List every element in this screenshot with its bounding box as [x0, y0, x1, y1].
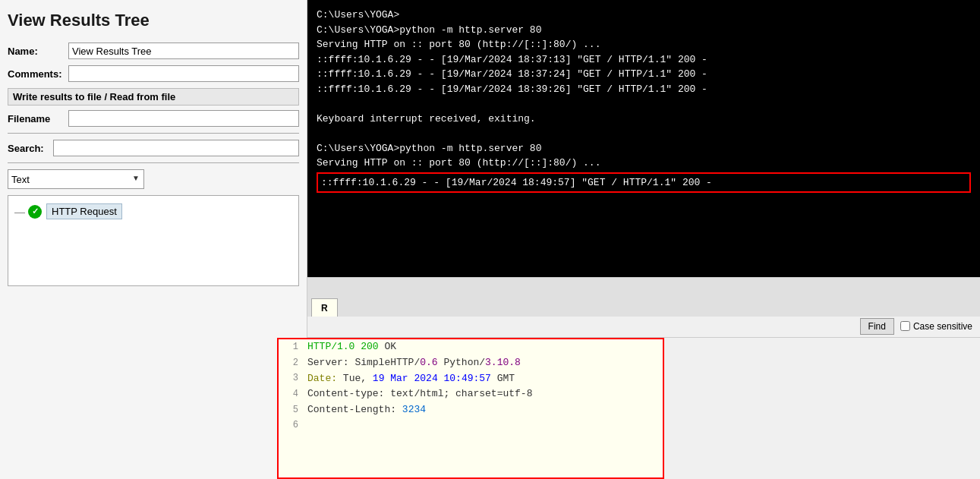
bottom-toolbar: Find Case sensitive: [307, 315, 980, 338]
python-version: 3.10.8: [485, 357, 521, 368]
code-line-4: 4 Content-type: text/html; charset=utf-8: [279, 386, 663, 402]
search-input[interactable]: [53, 140, 299, 156]
dropdown-wrapper: Text: [8, 169, 144, 189]
code-line-3: 3 Date: Tue, 19 Mar 2024 10:49:57 GMT: [279, 371, 663, 387]
date-key: Date:: [307, 373, 337, 384]
code-line-1: 1 HTTP/1.0 200 OK: [279, 339, 663, 355]
http-request-label[interactable]: HTTP Request: [46, 203, 122, 219]
date-day: 19: [373, 373, 385, 384]
line-num-3: 3: [283, 371, 298, 386]
view-type-dropdown[interactable]: Text: [8, 169, 144, 189]
filename-label: Filename: [8, 113, 68, 124]
dropdown-row: Text: [8, 169, 299, 189]
write-section-header: Write results to file / Read from file: [8, 88, 299, 106]
code-line-5: 5 Content-Length: 3234: [279, 402, 663, 418]
code-viewer: 1 HTTP/1.0 200 OK 2 Server: SimpleHTTP/0…: [277, 338, 664, 479]
comments-input[interactable]: [68, 65, 299, 82]
comments-row: Comments:: [8, 65, 299, 82]
code-content-2: Server: SimpleHTTP/0.6 Python/3.10.8: [307, 355, 521, 371]
terminal-highlight-line: ::ffff:10.1.6.29 - - [19/Mar/2024 18:49:…: [317, 172, 971, 194]
name-row: Name:: [8, 43, 299, 59]
terminal-line-2: C:\Users\YOGA>python -m http.server 80: [317, 23, 971, 38]
terminal-line-9: [317, 126, 971, 141]
r-tab[interactable]: R: [311, 298, 338, 317]
code-content-5: Content-Length: 3234: [307, 402, 426, 418]
status-ok: OK: [384, 341, 396, 352]
filename-row: Filename: [8, 110, 299, 127]
divider-2: [8, 162, 299, 163]
panel-title: View Results Tree: [8, 8, 299, 30]
terminal-line-11: Serving HTTP on :: port 80 (http://[::]:…: [317, 156, 971, 171]
terminal-line-4: ::ffff:10.1.6.29 - - [19/Mar/2024 18:37:…: [317, 52, 971, 68]
search-row: Search:: [8, 140, 299, 156]
case-sensitive-area: Case sensitive: [900, 321, 972, 332]
tree-area: — HTTP Request: [8, 195, 299, 286]
terminal-line-6: ::ffff:10.1.6.29 - - [19/Mar/2024 18:39:…: [317, 82, 971, 97]
search-label: Search:: [8, 143, 53, 154]
code-content-4: Content-type: text/html; charset=utf-8: [307, 386, 532, 402]
line-num-2: 2: [283, 356, 298, 370]
code-content-3: Date: Tue, 19 Mar 2024 10:49:57 GMT: [307, 371, 515, 387]
date-gmt: GMT: [497, 373, 515, 384]
terminal-window: C:\Users\YOGA> C:\Users\YOGA>python -m h…: [307, 0, 980, 315]
filename-input[interactable]: [68, 110, 299, 127]
terminal-line-8: Keyboard interrupt received, exiting.: [317, 112, 971, 127]
case-sensitive-label: Case sensitive: [913, 321, 972, 332]
date-month: Mar: [390, 373, 408, 384]
terminal-line-3: Serving HTTP on :: port 80 (http://[::]:…: [317, 37, 971, 52]
date-val1: Tue,: [343, 373, 373, 384]
left-panel: View Results Tree Name: Comments: Write …: [0, 0, 307, 479]
terminal-line-7: [317, 96, 971, 112]
http-version: HTTP/1.0: [307, 341, 355, 352]
case-sensitive-checkbox[interactable]: [900, 321, 910, 331]
tree-dash: —: [14, 206, 25, 218]
line-num-1: 1: [283, 340, 298, 355]
line-num-4: 4: [283, 387, 298, 402]
terminal-line-5: ::ffff:10.1.6.29 - - [19/Mar/2024 18:37:…: [317, 67, 971, 82]
line-num-5: 5: [283, 403, 298, 418]
comments-label: Comments:: [8, 68, 68, 80]
terminal-line-10: C:\Users\YOGA>python -m http.server 80: [317, 141, 971, 156]
line-num-6: 6: [283, 418, 298, 433]
divider-1: [8, 133, 299, 134]
tree-item: — HTTP Request: [14, 202, 292, 221]
find-button[interactable]: Find: [860, 318, 894, 335]
status-200: 200: [361, 341, 378, 352]
code-line-2: 2 Server: SimpleHTTP/0.6 Python/3.10.8: [279, 355, 663, 371]
name-label: Name:: [8, 46, 68, 57]
date-year: 2024: [414, 373, 437, 384]
date-time: 10:49:57: [444, 373, 491, 384]
simplehttp-version: 0.6: [420, 357, 437, 368]
http-request-icon: [28, 205, 42, 219]
content-length-val: 3234: [402, 404, 426, 415]
terminal-line-1: C:\Users\YOGA>: [317, 8, 971, 23]
code-content-1: HTTP/1.0 200 OK: [307, 339, 396, 355]
code-line-6: 6: [279, 418, 663, 433]
r-tab-area: R: [307, 277, 980, 317]
name-input[interactable]: [68, 43, 299, 59]
